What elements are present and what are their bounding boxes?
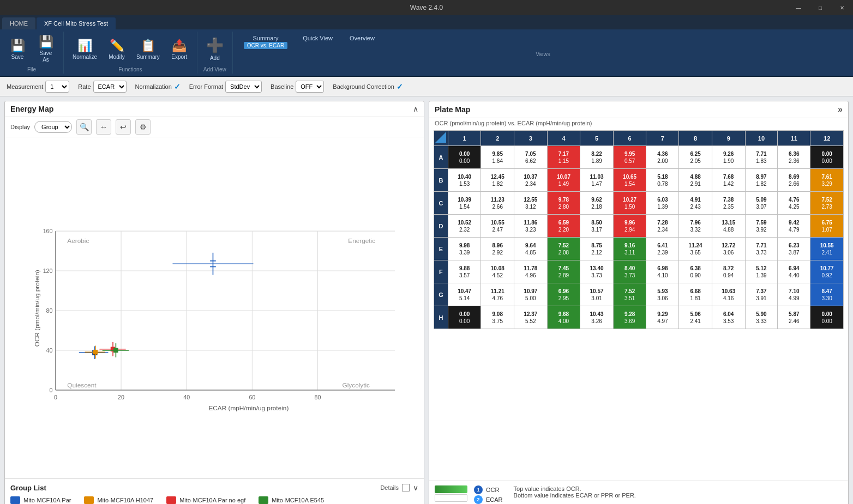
measurement-select[interactable]: 1 [45,81,69,93]
plate-cell[interactable]: 7.056.62 [514,146,548,169]
plate-cell[interactable]: 9.163.11 [613,238,646,260]
plate-cell[interactable]: 10.634.16 [712,283,745,306]
plate-cell[interactable]: 8.503.17 [580,215,614,238]
plate-cell[interactable]: 6.252.05 [679,146,712,169]
plate-cell[interactable]: 10.372.34 [514,169,548,192]
reset-button[interactable]: ↩ [116,119,131,135]
plate-cell[interactable]: 9.083.75 [481,306,514,329]
plate-cell[interactable]: 7.382.35 [712,192,745,215]
plate-cell[interactable]: 10.084.52 [481,260,514,283]
settings-button[interactable]: ⚙ [135,119,151,135]
plate-cell[interactable]: 4.912.43 [679,192,712,215]
normalization-check[interactable]: ✓ [174,82,181,91]
plate-cell[interactable]: 10.433.26 [580,306,614,329]
plate-cell[interactable]: 4.764.25 [778,192,810,215]
plate-cell[interactable]: 10.401.53 [448,169,481,192]
plate-cell[interactable]: 7.171.15 [547,146,580,169]
plate-cell[interactable]: 5.121.39 [745,260,778,283]
plate-cell[interactable]: 12.553.12 [514,192,548,215]
plate-cell[interactable]: 6.380.90 [679,260,712,283]
plate-cell[interactable]: 6.751.07 [810,215,844,238]
plate-cell[interactable]: 5.933.06 [646,283,679,306]
modify-button[interactable]: ✏️ Modify [104,37,130,62]
error-format-select[interactable]: StdDev [225,81,262,93]
plate-cell[interactable]: 8.221.89 [580,146,614,169]
details-checkbox[interactable] [402,484,410,491]
plate-cell[interactable]: 10.391.54 [448,192,481,215]
plate-cell[interactable]: 13.154.88 [712,215,745,238]
plate-cell[interactable]: 7.373.91 [745,283,778,306]
plate-cell[interactable]: 6.233.87 [778,238,810,260]
plate-cell[interactable]: 6.412.39 [646,238,679,260]
plate-cell[interactable]: 5.180.78 [646,169,679,192]
tab-home[interactable]: HOME [2,17,35,29]
plate-cell[interactable]: 7.522.73 [810,192,844,215]
plate-cell[interactable]: 10.573.01 [580,283,614,306]
plate-cell[interactable]: 6.031.39 [646,192,679,215]
plate-cell[interactable]: 6.043.53 [712,306,745,329]
plate-cell[interactable]: 9.424.79 [778,215,810,238]
plate-cell[interactable]: 7.522.08 [547,238,580,260]
plate-cell[interactable]: 0.000.00 [448,306,481,329]
plate-cell[interactable]: 0.000.00 [810,306,844,329]
minimize-button[interactable]: — [788,0,809,15]
plate-cell[interactable]: 7.963.32 [679,215,712,238]
plate-cell[interactable]: 6.681.81 [679,283,712,306]
plate-cell[interactable]: 10.271.50 [613,192,646,215]
group-list-collapse[interactable]: ∨ [413,483,418,492]
maximize-button[interactable]: □ [809,0,831,15]
baseline-select[interactable]: OFF [296,81,324,93]
plate-cell[interactable]: 5.903.33 [745,306,778,329]
plate-cell[interactable]: 4.882.91 [679,169,712,192]
rate-select[interactable]: ECAR [93,81,127,93]
tab-xf-cell-mito[interactable]: XF Cell Mito Stress Test [37,17,116,29]
add-button[interactable]: ➕ Add [202,35,228,63]
plate-cell[interactable]: 10.475.14 [448,283,481,306]
export-button[interactable]: 📤 Export [166,37,193,62]
plate-cell[interactable]: 13.403.73 [580,260,614,283]
close-button[interactable]: ✕ [831,0,853,15]
save-button[interactable]: 💾 Save [4,37,31,62]
plate-cell[interactable]: 9.644.85 [514,238,548,260]
save-as-button[interactable]: 💾 SaveAs [33,33,59,65]
plate-cell[interactable]: 9.261.90 [712,146,745,169]
plate-cell[interactable]: 7.452.89 [547,260,580,283]
plate-cell[interactable]: 7.711.83 [745,146,778,169]
view-quickview[interactable]: Quick View [301,34,335,50]
plate-cell[interactable]: 9.622.18 [580,192,614,215]
plate-cell[interactable]: 5.093.07 [745,192,778,215]
plate-cell[interactable]: 6.592.20 [547,215,580,238]
plate-cell[interactable]: 9.851.64 [481,146,514,169]
view-summary[interactable]: Summary OCR vs. ECAR [242,34,290,50]
summary-button[interactable]: 📋 Summary [132,37,164,62]
plate-cell[interactable]: 9.962.94 [613,215,646,238]
plate-cell[interactable]: 12.375.52 [514,306,548,329]
plate-cell[interactable]: 10.552.41 [810,238,844,260]
plate-cell[interactable]: 9.782.80 [547,192,580,215]
plate-cell[interactable]: 10.522.32 [448,215,481,238]
plate-cell[interactable]: 9.684.00 [547,306,580,329]
pan-button[interactable]: ↔ [96,119,111,135]
plate-table-container[interactable]: 123456789101112A0.000.009.851.647.056.62… [429,128,848,481]
plate-cell[interactable]: 6.962.95 [547,283,580,306]
plate-cell[interactable]: 11.031.47 [580,169,614,192]
plate-cell[interactable]: 8.692.66 [778,169,810,192]
plate-cell[interactable]: 10.651.54 [613,169,646,192]
normalize-button[interactable]: 📊 Normalize [68,37,101,62]
plate-cell[interactable]: 9.283.69 [613,306,646,329]
plate-cell[interactable]: 12.451.82 [481,169,514,192]
plate-cell[interactable]: 11.214.76 [481,283,514,306]
plate-cell[interactable]: 9.883.57 [448,260,481,283]
bg-correction-check[interactable]: ✓ [397,82,403,91]
plate-cell[interactable]: 10.552.47 [481,215,514,238]
plate-cell[interactable]: 8.752.12 [580,238,614,260]
plate-cell[interactable]: 7.282.34 [646,215,679,238]
expand-button[interactable]: » [838,105,843,114]
plate-cell[interactable]: 8.720.94 [712,260,745,283]
plate-cell[interactable]: 8.403.73 [613,260,646,283]
plate-cell[interactable]: 10.975.00 [514,283,548,306]
plate-cell[interactable]: 10.071.49 [547,169,580,192]
plate-cell[interactable]: 11.863.23 [514,215,548,238]
plate-cell[interactable]: 0.000.00 [810,146,844,169]
plate-cell[interactable]: 9.294.97 [646,306,679,329]
